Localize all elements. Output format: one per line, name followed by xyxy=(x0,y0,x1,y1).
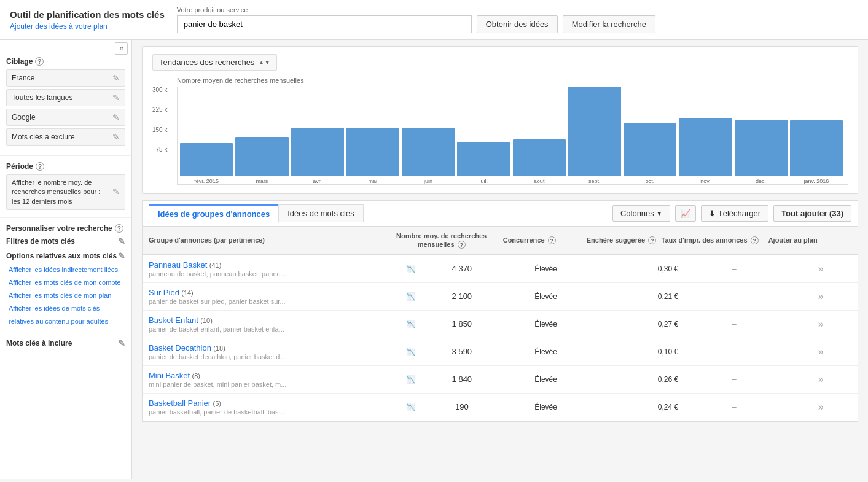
group-name-link[interactable]: Basket Enfant xyxy=(149,316,198,325)
option-plan[interactable]: Afficher les mots clés de mon plan xyxy=(9,289,125,302)
telecharger-button[interactable]: ⬇ Télécharger xyxy=(701,205,768,222)
cell-add[interactable]: » xyxy=(791,291,851,302)
cell-add[interactable]: » xyxy=(791,402,851,413)
col-header-impr: Taux d'impr. des annonces ? xyxy=(656,236,764,244)
sidebar-item-france[interactable]: France ✎ xyxy=(6,69,125,87)
edit-google-icon[interactable]: ✎ xyxy=(112,112,120,122)
tabs-left: Idées de groupes d'annonces Idées de mot… xyxy=(149,204,364,222)
cell-bid: 0,21 € xyxy=(587,292,678,301)
cell-group: Basket Enfant (10) panier de basket enfa… xyxy=(149,316,404,333)
cell-bid: 0,30 € xyxy=(587,265,678,273)
cell-searches: 2 100 xyxy=(418,292,505,301)
bar-col: mai xyxy=(346,87,399,184)
tab-mots-cles[interactable]: Idées de mots clés xyxy=(278,204,363,222)
bar-label: nov. xyxy=(700,178,710,184)
colonnes-button[interactable]: Colonnes ▼ xyxy=(612,205,670,222)
cell-add[interactable]: » xyxy=(791,263,851,274)
option-compte[interactable]: Afficher les mots clés de mon compte xyxy=(9,276,125,289)
cell-bid: 0,10 € xyxy=(587,348,678,356)
cell-impr: – xyxy=(678,403,790,411)
group-name-link[interactable]: Mini Basket xyxy=(149,371,190,380)
bar-col: juin xyxy=(402,87,455,184)
options-header[interactable]: Options relatives aux mots clés ✎ xyxy=(6,251,125,261)
group-keywords: panier de basket enfant, panier basket e… xyxy=(149,325,404,333)
group-count: (5) xyxy=(213,400,221,407)
cell-add[interactable]: » xyxy=(791,374,851,385)
chart-dropdown[interactable]: Tendances des recherches ▲▼ xyxy=(152,54,277,71)
periode-value: Afficher le nombre moy. de recherches me… xyxy=(12,178,110,206)
group-keywords: panier basketball, panier de basketball,… xyxy=(149,408,404,416)
sidebar-item-google[interactable]: Google ✎ xyxy=(6,109,125,126)
ciblage-help-icon[interactable]: ? xyxy=(35,57,44,66)
edit-filtres-icon[interactable]: ✎ xyxy=(118,236,125,246)
personnaliser-help-icon[interactable]: ? xyxy=(115,224,123,233)
cell-chart-sparkline[interactable]: 📉 xyxy=(404,292,419,301)
cell-searches: 3 590 xyxy=(418,347,505,356)
group-name-link[interactable]: Basket Decathlon xyxy=(149,343,211,352)
bar-label: févr. 2015 xyxy=(194,178,219,184)
sidebar-item-exclure[interactable]: Mots clés à exclure ✎ xyxy=(6,128,125,146)
group-name-link[interactable]: Sur Pied xyxy=(149,288,179,297)
cell-bid: 0,27 € xyxy=(587,320,678,328)
competition-help-icon[interactable]: ? xyxy=(548,236,556,244)
cell-bid: 0,26 € xyxy=(587,375,678,384)
bar-col: avr. xyxy=(291,87,344,184)
bar-col: juil. xyxy=(457,87,510,184)
cell-impr: – xyxy=(678,348,790,356)
tout-ajouter-button[interactable]: Tout ajouter (33) xyxy=(773,205,851,222)
cell-add[interactable]: » xyxy=(791,346,851,357)
bar xyxy=(235,137,288,176)
edit-options-icon[interactable]: ✎ xyxy=(118,251,125,261)
edit-france-icon[interactable]: ✎ xyxy=(112,73,120,83)
chart-y-label: Nombre moyen de recherches mensuelles xyxy=(177,77,848,84)
cell-chart-sparkline[interactable]: 📉 xyxy=(404,375,419,384)
cell-chart-sparkline[interactable]: 📉 xyxy=(404,265,419,273)
table-row: Panneau Basket (41) panneau de basket, p… xyxy=(143,255,858,283)
searches-help-icon[interactable]: ? xyxy=(458,241,466,249)
filtres-label: Filtres de mots clés xyxy=(6,237,75,246)
group-name-link[interactable]: Panneau Basket xyxy=(149,260,207,270)
option-adultes[interactable]: Afficher les idées de mots clés relative… xyxy=(9,302,125,328)
cell-group: Panneau Basket (41) panneau de basket, p… xyxy=(149,260,404,278)
cell-add[interactable]: » xyxy=(791,319,851,330)
cell-searches: 4 370 xyxy=(418,264,505,273)
col-header-group: Groupe d'annonces (par pertinence) xyxy=(149,236,393,244)
bar-col: août xyxy=(513,87,566,184)
cell-chart-sparkline[interactable]: 📉 xyxy=(404,320,419,328)
get-ideas-button[interactable]: Obtenir des idées xyxy=(477,15,558,33)
bar xyxy=(402,128,455,177)
col-header-searches: Nombre moy. de recherches mensuelles ? xyxy=(393,231,490,249)
filtres-row[interactable]: Filtres de mots clés ✎ xyxy=(6,236,125,246)
mots-inclure-row[interactable]: Mots clés à inclure ✎ xyxy=(6,333,125,348)
cell-competition: Élevée xyxy=(505,375,587,384)
cell-impr: – xyxy=(678,375,790,384)
cell-chart-sparkline[interactable]: 📉 xyxy=(404,348,419,356)
option-indirect[interactable]: Afficher les idées indirectement liées xyxy=(9,263,125,276)
sidebar-item-langues[interactable]: Toutes les langues ✎ xyxy=(6,89,125,106)
sidebar-item-periode[interactable]: Afficher le nombre moy. de recherches me… xyxy=(6,174,125,210)
product-input[interactable] xyxy=(177,15,472,33)
chart-view-button[interactable]: 📈 xyxy=(675,205,696,222)
download-icon: ⬇ xyxy=(709,209,716,218)
search-block: Votre produit ou service Obtenir des idé… xyxy=(177,6,858,33)
periode-help-icon[interactable]: ? xyxy=(36,162,44,171)
ciblage-label: Ciblage xyxy=(6,57,33,66)
cell-competition: Élevée xyxy=(505,348,587,356)
tab-groupes[interactable]: Idées de groupes d'annonces xyxy=(149,204,279,223)
edit-langues-icon[interactable]: ✎ xyxy=(112,93,120,103)
chart-dropdown-arrow: ▲▼ xyxy=(258,59,270,66)
chart-bars: févr. 2015 mars avr. mai xyxy=(177,87,848,185)
group-name-link[interactable]: Basketball Panier xyxy=(149,398,211,408)
chart-icon: 📈 xyxy=(681,209,690,218)
modify-search-button[interactable]: Modifier la recherche xyxy=(563,15,655,33)
sidebar-collapse-button[interactable]: « xyxy=(115,42,128,55)
bar-col: oct. xyxy=(624,87,676,184)
bid-help-icon[interactable]: ? xyxy=(648,236,656,244)
bar xyxy=(180,143,233,176)
cell-chart-sparkline[interactable]: 📉 xyxy=(404,403,419,411)
impr-help-icon[interactable]: ? xyxy=(751,236,759,244)
edit-exclure-icon[interactable]: ✎ xyxy=(112,132,120,142)
edit-periode-icon[interactable]: ✎ xyxy=(112,186,120,198)
edit-mots-inclure-icon[interactable]: ✎ xyxy=(118,338,125,348)
group-count: (41) xyxy=(209,262,222,269)
